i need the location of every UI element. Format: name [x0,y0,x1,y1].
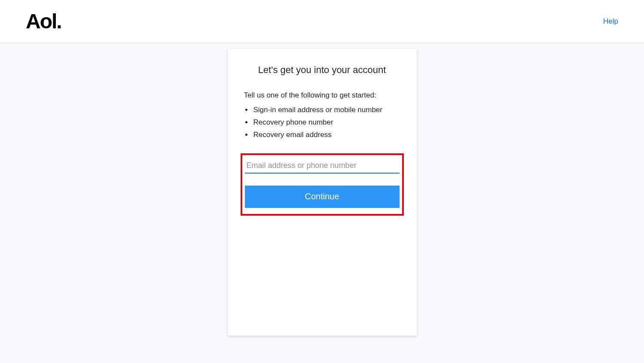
help-link[interactable]: Help [603,17,618,26]
card-subtitle: Tell us one of the following to get star… [244,91,400,100]
list-item: Recovery phone number [253,116,400,129]
header: Aol. Help [0,0,644,43]
list-item: Sign-in email address or mobile number [253,104,400,116]
aol-logo: Aol. [26,9,61,33]
list-item: Recovery email address [253,129,400,141]
bullet-list: Sign-in email address or mobile number R… [253,104,400,141]
account-recovery-card: Let's get you into your account Tell us … [228,49,417,336]
email-phone-input[interactable] [245,158,400,174]
continue-button[interactable]: Continue [245,186,400,208]
highlight-box: Continue [241,153,404,216]
logo-text: Aol. [26,9,61,33]
card-title: Let's get you into your account [245,64,400,76]
main-content: Let's get you into your account Tell us … [0,43,644,336]
